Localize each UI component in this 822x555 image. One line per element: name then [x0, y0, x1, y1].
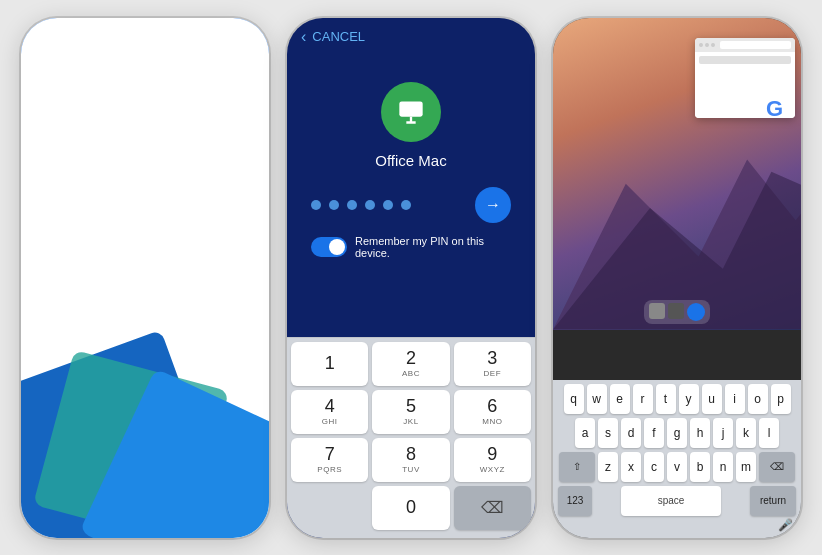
- kb-key-w[interactable]: w: [587, 384, 607, 414]
- toggle-thumb: [329, 239, 345, 255]
- kb-key-z[interactable]: z: [598, 452, 618, 482]
- kb-key-k[interactable]: k: [736, 418, 756, 448]
- kb-key-x[interactable]: x: [621, 452, 641, 482]
- numpad-row-2: 4 GHI 5 JKL 6 MNO: [291, 390, 531, 434]
- numpad-row-3: 7 PQRS 8 TUV 9 WXYZ: [291, 438, 531, 482]
- dock-icon-1[interactable]: [649, 303, 665, 319]
- dock-bar: [644, 300, 710, 324]
- numpad: 1 2 ABC 3 DEF 4 GHI 5 JKL 6 MNO: [287, 337, 535, 538]
- back-icon[interactable]: ‹: [301, 28, 306, 46]
- phone-2: ‹ CANCEL Office Mac → Remember my PIN on…: [287, 18, 535, 538]
- remember-toggle[interactable]: [311, 237, 347, 257]
- browser-dot-2: [705, 43, 709, 47]
- browser-body: G: [699, 68, 791, 118]
- browser-toolbar: [695, 38, 795, 52]
- browser-window: G: [695, 38, 795, 118]
- numpad-row-1: 1 2 ABC 3 DEF: [291, 342, 531, 386]
- kb-key-q[interactable]: q: [564, 384, 584, 414]
- mountain-svg: [553, 111, 801, 329]
- kb-key-a[interactable]: a: [575, 418, 595, 448]
- cancel-button[interactable]: CANCEL: [312, 29, 365, 44]
- pin-dots: [311, 200, 411, 210]
- kb-shift-key[interactable]: ⇧: [559, 452, 595, 482]
- kb-key-m[interactable]: m: [736, 452, 756, 482]
- kb-key-d[interactable]: d: [621, 418, 641, 448]
- kb-key-t[interactable]: t: [656, 384, 676, 414]
- key-9[interactable]: 9 WXYZ: [454, 438, 531, 482]
- pin-dot-3: [347, 200, 357, 210]
- phone-3: G q w e r t y u i o: [553, 18, 801, 538]
- dock-icon-blue[interactable]: [687, 303, 705, 321]
- kb-key-c[interactable]: c: [644, 452, 664, 482]
- numpad-row-4: 0 ⌫: [291, 486, 531, 530]
- kb-key-v[interactable]: v: [667, 452, 687, 482]
- pin-dot-4: [365, 200, 375, 210]
- kb-row-2: a s d f g h j k l: [555, 418, 799, 448]
- background-art: [21, 298, 269, 538]
- pin-dot-5: [383, 200, 393, 210]
- browser-url-bar[interactable]: [720, 41, 791, 49]
- browser-dot-3: [711, 43, 715, 47]
- kb-return-key[interactable]: return: [750, 486, 796, 516]
- remember-label: Remember my PIN on this device.: [355, 235, 511, 259]
- browser-content: G: [695, 52, 795, 118]
- key-delete[interactable]: ⌫: [454, 486, 531, 530]
- delete-icon: ⌫: [481, 498, 504, 517]
- svg-rect-9: [399, 101, 422, 116]
- desktop-screen: G q w e r t y u i o: [553, 18, 801, 538]
- pin-submit-button[interactable]: →: [475, 187, 511, 223]
- mic-area: 🎤: [555, 516, 799, 532]
- kb-delete-key[interactable]: ⌫: [759, 452, 795, 482]
- kb-key-s[interactable]: s: [598, 418, 618, 448]
- kb-key-o[interactable]: o: [748, 384, 768, 414]
- kb-num-key[interactable]: 123: [558, 486, 592, 516]
- key-2[interactable]: 2 ABC: [372, 342, 449, 386]
- google-logo: G: [766, 96, 783, 118]
- key-6[interactable]: 6 MNO: [454, 390, 531, 434]
- pin-dot-6: [401, 200, 411, 210]
- kb-key-r[interactable]: r: [633, 384, 653, 414]
- phone-1: 5:51 ▲ ▬ chromoting Remote devices: [21, 18, 269, 538]
- kb-row-3: ⇧ z x c v b n m ⌫: [555, 452, 799, 482]
- kb-key-n[interactable]: n: [713, 452, 733, 482]
- dock-icon-2[interactable]: [668, 303, 684, 319]
- key-1[interactable]: 1: [291, 342, 368, 386]
- kb-key-e[interactable]: e: [610, 384, 630, 414]
- kb-row-1: q w e r t y u i o p: [555, 384, 799, 414]
- pin-dot-1: [311, 200, 321, 210]
- kb-key-u[interactable]: u: [702, 384, 722, 414]
- key-7[interactable]: 7 PQRS: [291, 438, 368, 482]
- key-5[interactable]: 5 JKL: [372, 390, 449, 434]
- key-0[interactable]: 0: [372, 486, 449, 530]
- kb-key-h[interactable]: h: [690, 418, 710, 448]
- kb-key-p[interactable]: p: [771, 384, 791, 414]
- key-empty: [291, 486, 368, 530]
- key-8[interactable]: 8 TUV: [372, 438, 449, 482]
- virtual-keyboard: q w e r t y u i o p a s d f g h j k: [553, 380, 801, 538]
- key-3[interactable]: 3 DEF: [454, 342, 531, 386]
- key-4[interactable]: 4 GHI: [291, 390, 368, 434]
- kb-key-l[interactable]: l: [759, 418, 779, 448]
- phone2-header: ‹ CANCEL: [287, 18, 535, 52]
- mic-icon[interactable]: 🎤: [778, 518, 793, 532]
- device-icon-circle: [381, 82, 441, 142]
- kb-key-f[interactable]: f: [644, 418, 664, 448]
- kb-key-y[interactable]: y: [679, 384, 699, 414]
- kb-key-i[interactable]: i: [725, 384, 745, 414]
- kb-key-b[interactable]: b: [690, 452, 710, 482]
- device-name-label: Office Mac: [375, 152, 446, 169]
- kb-key-g[interactable]: g: [667, 418, 687, 448]
- browser-nav-bar: [699, 56, 791, 64]
- pin-dot-2: [329, 200, 339, 210]
- browser-dot-1: [699, 43, 703, 47]
- pin-input-row: →: [297, 187, 525, 223]
- kb-row-4: 123 space return: [555, 486, 799, 516]
- kb-space-key[interactable]: space: [621, 486, 721, 516]
- remember-row: Remember my PIN on this device.: [297, 235, 525, 259]
- kb-key-j[interactable]: j: [713, 418, 733, 448]
- pin-entry-body: Office Mac → Remember my PIN on this dev…: [287, 52, 535, 283]
- desktop-background: G: [553, 18, 801, 330]
